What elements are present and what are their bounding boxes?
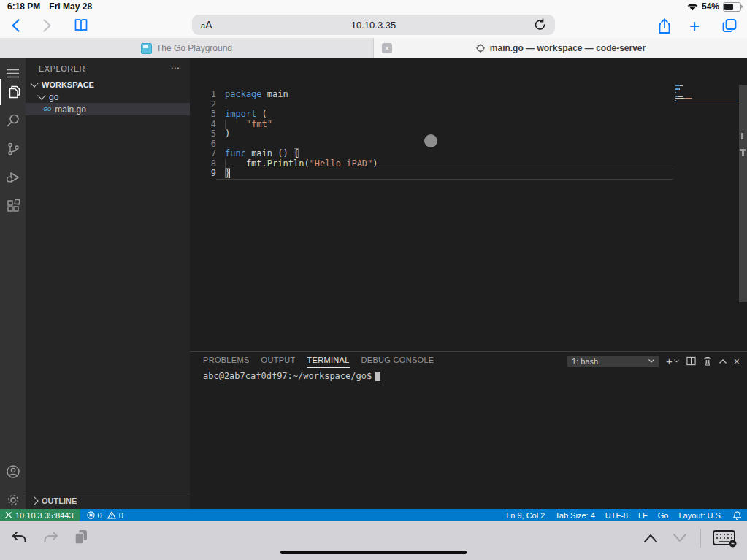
code-token: main () bbox=[246, 148, 294, 158]
panel-tab-debug-console[interactable]: DEBUG CONSOLE bbox=[361, 356, 434, 368]
search-icon[interactable] bbox=[0, 107, 26, 134]
prev-field-icon[interactable] bbox=[642, 533, 659, 543]
code-text: package main bbox=[225, 90, 288, 100]
close-tab-icon[interactable]: × bbox=[382, 43, 392, 53]
bookmarks-button[interactable] bbox=[73, 18, 89, 34]
minimap-token bbox=[675, 85, 680, 86]
code-editor[interactable]: 1package main23import (4 "fmt"5)67func m… bbox=[190, 58, 747, 351]
split-terminal-icon[interactable] bbox=[686, 356, 696, 366]
status-item[interactable]: Tab Size: 4 bbox=[555, 511, 594, 520]
source-control-icon[interactable] bbox=[0, 136, 26, 162]
panel-tab-terminal[interactable]: TERMINAL bbox=[307, 356, 350, 368]
code-line[interactable]: 1package main bbox=[190, 90, 672, 100]
tab-code-server[interactable]: × main.go — workspace — code-server bbox=[374, 38, 747, 58]
maximize-panel-icon[interactable] bbox=[719, 359, 727, 364]
back-button[interactable] bbox=[9, 18, 25, 34]
terminal-picker[interactable]: 1: bash bbox=[567, 356, 659, 367]
code-token: import bbox=[225, 109, 256, 119]
section-workspace[interactable]: WORKSPACE bbox=[26, 78, 190, 91]
code-token: ) bbox=[372, 158, 378, 169]
undo-icon[interactable] bbox=[10, 529, 28, 546]
warning-count: 0 bbox=[119, 511, 123, 520]
run-debug-icon[interactable] bbox=[0, 164, 26, 191]
scrollbar-decoration bbox=[741, 133, 743, 139]
battery-icon bbox=[723, 2, 741, 12]
code-line[interactable]: 3import ( bbox=[190, 110, 672, 120]
minimap-token bbox=[685, 98, 692, 99]
redo-icon[interactable] bbox=[42, 529, 60, 546]
code-text: "fmt" bbox=[225, 120, 272, 130]
tab-title: The Go Playground bbox=[156, 43, 232, 53]
tree-file-main-go[interactable]: -GO main.go bbox=[26, 103, 190, 115]
code-line[interactable]: 7func main () { bbox=[190, 149, 672, 159]
forward-button[interactable] bbox=[38, 18, 54, 34]
error-count: 0 bbox=[98, 511, 102, 520]
line-number: 4 bbox=[190, 120, 219, 130]
ipad-screen: 6:18 PM Fri May 28 54% aA bbox=[0, 0, 747, 560]
paste-icon[interactable] bbox=[73, 529, 89, 546]
panel-tab-output[interactable]: OUTPUT bbox=[261, 356, 296, 368]
notifications-bell-icon[interactable] bbox=[733, 511, 741, 520]
scrollbar-decoration bbox=[742, 151, 744, 156]
code-token: package bbox=[225, 89, 262, 99]
minimap[interactable] bbox=[675, 85, 738, 101]
status-date: Fri May 28 bbox=[49, 1, 92, 12]
line-number: 9 bbox=[190, 169, 219, 179]
status-item[interactable]: Go bbox=[658, 511, 669, 520]
explorer-more-icon[interactable]: ⋯ bbox=[171, 63, 180, 73]
safari-chrome: 6:18 PM Fri May 28 54% aA bbox=[0, 0, 747, 38]
warning-icon bbox=[107, 511, 116, 519]
line-number: 6 bbox=[190, 139, 219, 150]
editor-scrollbar[interactable] bbox=[739, 85, 747, 302]
reload-button[interactable] bbox=[534, 18, 546, 31]
code-line[interactable]: 4 "fmt" bbox=[190, 120, 672, 130]
chevron-down-icon bbox=[648, 359, 654, 363]
tab-overview-button[interactable] bbox=[721, 18, 738, 34]
close-panel-icon[interactable]: × bbox=[734, 356, 740, 367]
reader-options-button[interactable]: aA bbox=[201, 19, 212, 31]
code-line[interactable]: 2 bbox=[190, 100, 672, 110]
remote-indicator[interactable]: 10.10.3.35:8443 bbox=[0, 509, 80, 521]
code-token: Println bbox=[267, 158, 304, 169]
toolbar-divider bbox=[700, 529, 701, 548]
explorer-icon[interactable] bbox=[0, 79, 27, 105]
tree-folder-go[interactable]: go bbox=[26, 91, 190, 103]
status-item[interactable]: UTF-8 bbox=[605, 511, 628, 520]
code-token: func bbox=[225, 148, 246, 158]
status-item[interactable]: LF bbox=[638, 511, 648, 520]
status-item[interactable]: Layout: U.S. bbox=[678, 511, 723, 520]
code-line[interactable]: 9} bbox=[190, 169, 672, 179]
explorer-title: EXPLORER bbox=[39, 64, 85, 73]
error-icon bbox=[87, 511, 95, 519]
activity-bar bbox=[0, 58, 26, 509]
problems-indicator[interactable]: 0 0 bbox=[87, 511, 123, 520]
code-line[interactable]: 8 fmt.Println("Hello iPAD") bbox=[190, 159, 672, 169]
panel-tab-problems[interactable]: PROBLEMS bbox=[203, 356, 250, 368]
go-playground-favicon bbox=[141, 43, 152, 54]
tab-title: main.go — workspace — code-server bbox=[490, 43, 646, 53]
panel-tabs: PROBLEMSOUTPUTTERMINALDEBUG CONSOLE bbox=[203, 356, 434, 368]
url-text: 10.10.3.35 bbox=[351, 20, 396, 31]
status-items: Ln 9, Col 2Tab Size: 4UTF-8LFGoLayout: U… bbox=[506, 511, 723, 520]
line-number: 7 bbox=[190, 149, 219, 159]
address-bar[interactable]: aA 10.10.3.35 bbox=[192, 15, 555, 35]
new-tab-button[interactable]: + bbox=[689, 16, 705, 32]
status-item[interactable]: Ln 9, Col 2 bbox=[506, 511, 545, 520]
section-outline[interactable]: OUTLINE bbox=[26, 494, 190, 507]
account-icon[interactable] bbox=[0, 459, 26, 485]
tab-go-playground[interactable]: The Go Playground bbox=[0, 38, 374, 58]
share-button[interactable] bbox=[656, 18, 673, 34]
terminal-content[interactable]: abc@2ab7caf0df97:~/workspace/go$ bbox=[203, 371, 380, 381]
new-terminal-button[interactable]: + bbox=[666, 355, 679, 367]
extensions-icon[interactable] bbox=[0, 193, 26, 219]
dismiss-keyboard-icon[interactable] bbox=[713, 529, 737, 548]
next-field-icon[interactable] bbox=[671, 533, 689, 543]
kill-terminal-icon[interactable] bbox=[703, 356, 712, 366]
code-token: "Hello iPAD" bbox=[310, 158, 373, 169]
code-token bbox=[225, 119, 246, 129]
line-number: 3 bbox=[190, 110, 219, 120]
minimap-current-line bbox=[675, 101, 738, 102]
home-indicator[interactable] bbox=[280, 551, 467, 554]
code-text: import ( bbox=[225, 110, 267, 120]
line-number: 8 bbox=[190, 159, 219, 169]
